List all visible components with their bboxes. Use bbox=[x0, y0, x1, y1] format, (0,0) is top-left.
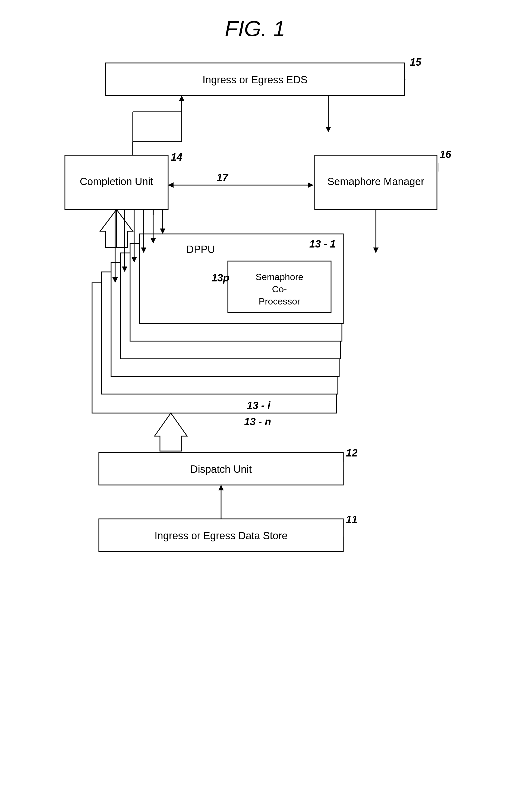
diagram-wrapper: Ingress or Egress EDS 15 bbox=[38, 58, 472, 568]
diagram-spacer bbox=[38, 58, 472, 568]
figure-title: FIG. 1 bbox=[225, 16, 285, 41]
page: FIG. 1 Ingress or Egress EDS 15 bbox=[0, 0, 510, 812]
